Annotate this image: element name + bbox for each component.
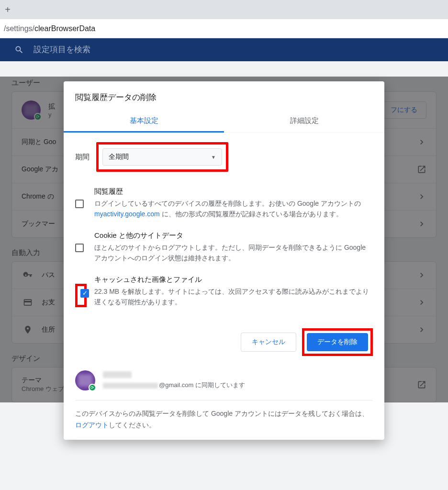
time-range-highlight: 全期間 ▼ (96, 142, 228, 172)
history-checkbox[interactable] (75, 200, 84, 208)
chevron-down-icon: ▼ (211, 155, 216, 160)
url-page: clearBrowserData (34, 24, 95, 33)
clear-browsing-data-dialog: 閲覧履歴データの削除 基本設定 詳細設定 期間 全期間 ▼ 閲覧履歴 ログインし… (64, 81, 384, 440)
tab-advanced[interactable]: 詳細設定 (224, 110, 384, 132)
history-desc: ログインしているすべてのデバイスの履歴を削除します。お使いの Google アカ… (94, 198, 373, 220)
logout-link[interactable]: ログアウト (75, 421, 109, 429)
cookies-desc: ほとんどのサイトからログアウトします。ただし、同期データを削除できるように Go… (94, 242, 373, 264)
clear-data-button[interactable]: データを削除 (307, 333, 368, 351)
time-range-select[interactable]: 全期間 ▼ (102, 148, 222, 166)
account-name-redacted (103, 371, 132, 378)
myactivity-link[interactable]: myactivity.google.com (94, 210, 160, 218)
footer-note: このデバイスからのみ閲覧データを削除して Google アカウントにはデータを残… (75, 400, 373, 435)
cookies-item: Cookie と他のサイトデータ ほとんどのサイトからログアウトします。ただし、… (75, 225, 373, 269)
cache-title: キャッシュされた画像とファイル (94, 275, 373, 284)
cache-desc: 22.3 MB を解放します。サイトによっては、次回アクセスする際に読み込みがこ… (94, 286, 373, 308)
search-input[interactable] (34, 45, 434, 55)
dialog-title: 閲覧履歴データの削除 (64, 81, 384, 110)
sync-account-row: ⟳ @gmail.com に同期しています (64, 363, 384, 393)
time-range-label: 期間 (75, 153, 90, 162)
avatar: ⟳ (75, 370, 95, 390)
tab-basic[interactable]: 基本設定 (64, 110, 224, 132)
settings-search-bar (0, 38, 448, 61)
address-bar[interactable]: /settings/clearBrowserData (3, 22, 445, 36)
time-range-value: 全期間 (109, 153, 129, 161)
url-path: /settings/ (4, 24, 34, 33)
cache-checkbox-highlight: ✓ (75, 284, 87, 308)
new-tab-button[interactable]: + (1, 3, 14, 16)
cancel-button[interactable]: キャンセル (241, 333, 296, 352)
confirm-highlight: データを削除 (302, 328, 373, 356)
cookies-title: Cookie と他のサイトデータ (94, 231, 373, 240)
sync-email-text: @gmail.com に同期しています (103, 381, 245, 390)
history-title: 閲覧履歴 (94, 187, 373, 196)
search-icon (14, 45, 24, 55)
cookies-checkbox[interactable] (75, 244, 84, 252)
account-email-redacted (103, 383, 158, 389)
cache-checkbox[interactable]: ✓ (80, 289, 89, 298)
sync-status-icon: ⟳ (89, 384, 96, 391)
history-item: 閲覧履歴 ログインしているすべてのデバイスの履歴を削除します。お使いの Goog… (75, 181, 373, 225)
cache-item: ✓ キャッシュされた画像とファイル 22.3 MB を解放します。サイトによって… (75, 269, 373, 313)
